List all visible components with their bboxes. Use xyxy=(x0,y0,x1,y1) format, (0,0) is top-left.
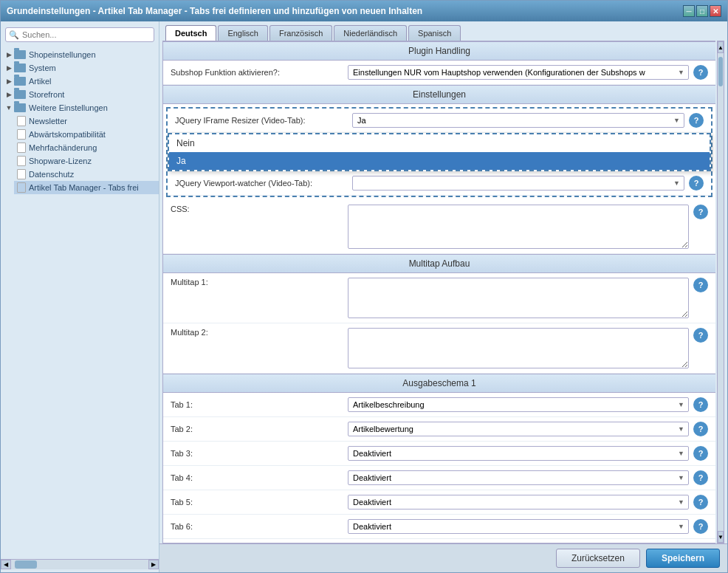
scroll-track xyxy=(11,560,148,569)
sidebar-item-lizenz[interactable]: Shopware-Lizenz xyxy=(14,154,159,168)
expand-icon: ▶ xyxy=(4,63,14,73)
multitap2-row: Multitap 2: ? xyxy=(163,323,715,374)
sidebar-item-storefront[interactable]: ▶ Storefront xyxy=(1,88,159,101)
search-input[interactable] xyxy=(5,27,154,42)
section-ausgabeschema-label: Ausgabeschema 1 xyxy=(402,378,475,388)
viewport-help-button[interactable]: ? xyxy=(689,176,704,191)
tab2-label: Tab 2: xyxy=(171,425,348,433)
title-bar: Grundeinstellungen - Artikel Tab Manager… xyxy=(1,1,727,21)
right-panel: Deutsch Englisch Französisch Niederländi… xyxy=(159,21,727,572)
sidebar-item-shopeinstellungen[interactable]: ▶ Shopeinstellungen xyxy=(1,48,159,61)
iframe-section: JQuery IFrame Resizer (Video-Tab): Ja ? … xyxy=(166,107,712,197)
tab-franzoesisch[interactable]: Französisch xyxy=(269,25,332,41)
multitap1-label: Multitap 1: xyxy=(171,278,348,286)
window-controls: ─ □ ✕ xyxy=(683,5,721,17)
sidebar-item-weitere[interactable]: ▼ Weitere Einstellungen xyxy=(1,101,159,114)
multitap2-help-button[interactable]: ? xyxy=(693,328,708,343)
tab4-select[interactable]: Deaktiviert xyxy=(348,470,689,485)
tab3-label: Tab 3: xyxy=(171,449,348,458)
dropdown-item-nein[interactable]: Nein xyxy=(169,134,710,152)
expand-icon: ▼ xyxy=(4,103,14,113)
search-box: 🔍 xyxy=(5,27,154,42)
section-einstellungen-label: Einstellungen xyxy=(413,89,466,100)
subshop-select[interactable]: Einstellungen NUR vom Hauptshop verwende… xyxy=(348,65,689,80)
sidebar-item-datenschutz[interactable]: Datenschutz xyxy=(14,168,159,181)
scroll-left-arrow[interactable]: ◀ xyxy=(1,560,11,569)
viewport-select[interactable] xyxy=(352,176,684,191)
section-plugin-handling-label: Plugin Handling xyxy=(408,46,470,56)
tab6-help-button[interactable]: ? xyxy=(693,519,708,534)
sidebar-item-abwaerts[interactable]: Abwärtskompatibilität xyxy=(14,128,159,141)
tab-spanisch[interactable]: Spanisch xyxy=(408,25,461,41)
multitap1-textarea[interactable] xyxy=(348,278,689,318)
tab5-row: Tab 5: Deaktiviert ? xyxy=(163,490,715,515)
tab-englisch[interactable]: Englisch xyxy=(218,25,268,41)
subshop-row: Subshop Funktion aktivieren?: Einstellun… xyxy=(163,61,715,85)
vertical-scrollbar: ▲ ▼ xyxy=(717,41,724,543)
tab2-select-wrapper: Artikelbewertung xyxy=(348,422,689,436)
tab4-help-button[interactable]: ? xyxy=(693,470,708,485)
subshop-label: Subshop Funktion aktivieren?: xyxy=(171,68,348,77)
tab6-label: Tab 6: xyxy=(171,522,348,531)
minimize-button[interactable]: ─ xyxy=(683,5,695,17)
tab4-label: Tab 4: xyxy=(171,473,348,482)
sidebar-children: Newsletter Abwärtskompatibilität Mehrfac… xyxy=(1,114,159,194)
tab3-row: Tab 3: Deaktiviert ? xyxy=(163,442,715,466)
maximize-button[interactable]: □ xyxy=(696,5,708,17)
subshop-help-button[interactable]: ? xyxy=(693,65,708,80)
tab3-help-button[interactable]: ? xyxy=(693,446,708,461)
scroll-thumb xyxy=(15,560,37,569)
expand-icon: ▶ xyxy=(4,49,14,60)
main-layout: 🔍 ▶ Shopeinstellungen ▶ System ▶ Artikel xyxy=(1,21,727,572)
section-multitap: Multitap Aufbau xyxy=(163,254,715,273)
tab2-select[interactable]: Artikelbewertung xyxy=(348,422,689,436)
sidebar-item-mehrfach[interactable]: Mehrfachänderung xyxy=(14,141,159,154)
section-plugin-handling: Plugin Handling xyxy=(163,41,715,61)
iframe-label: JQuery IFrame Resizer (Video-Tab): xyxy=(175,116,352,125)
tab4-select-wrapper: Deaktiviert xyxy=(348,470,689,485)
expand-icon: ▶ xyxy=(4,89,14,100)
multitap2-textarea[interactable] xyxy=(348,328,689,368)
sidebar-label-datenschutz: Datenschutz xyxy=(29,170,74,179)
multitap1-help-button[interactable]: ? xyxy=(693,278,708,292)
css-help-button[interactable]: ? xyxy=(693,205,708,219)
sidebar-label-artikel: Artikel xyxy=(29,77,52,86)
tab5-select[interactable]: Deaktiviert xyxy=(348,495,689,509)
scroll-right-arrow[interactable]: ▶ xyxy=(148,560,159,569)
sidebar-item-tab-manager[interactable]: Artikel Tab Manager - Tabs frei xyxy=(14,181,159,194)
tab3-select[interactable]: Deaktiviert xyxy=(348,446,689,461)
sidebar-label-abwaerts: Abwärtskompatibilität xyxy=(29,130,106,139)
close-button[interactable]: ✕ xyxy=(710,5,721,17)
tab1-help-button[interactable]: ? xyxy=(693,397,708,412)
tab4-row: Tab 4: Deaktiviert ? xyxy=(163,466,715,490)
sidebar-item-newsletter[interactable]: Newsletter xyxy=(14,114,159,128)
expand-icon: ▶ xyxy=(4,76,14,86)
dropdown-item-ja[interactable]: Ja xyxy=(169,152,710,170)
doc-icon xyxy=(17,129,26,140)
iframe-help-button[interactable]: ? xyxy=(689,113,704,128)
iframe-select-wrapper: Ja xyxy=(352,113,684,128)
sidebar-item-system[interactable]: ▶ System xyxy=(1,61,159,75)
sidebar-label-shopeinstellungen: Shopeinstellungen xyxy=(29,50,96,59)
save-button[interactable]: Speichern xyxy=(646,549,720,568)
reset-button[interactable]: Zurücksetzen xyxy=(556,549,640,568)
tab5-select-wrapper: Deaktiviert xyxy=(348,495,689,509)
scroll-up-arrow[interactable]: ▲ xyxy=(718,41,724,53)
sidebar-item-artikel[interactable]: ▶ Artikel xyxy=(1,75,159,88)
sidebar-h-scrollbar: ◀ ▶ xyxy=(1,559,159,569)
tab1-select-wrapper: Artikelbeschreibung xyxy=(348,397,689,412)
iframe-select[interactable]: Ja xyxy=(352,113,684,128)
tab2-help-button[interactable]: ? xyxy=(693,422,708,436)
tab5-help-button[interactable]: ? xyxy=(693,495,708,509)
tab5-label: Tab 5: xyxy=(171,498,348,507)
tab2-row: Tab 2: Artikelbewertung ? xyxy=(163,417,715,442)
tab-deutsch[interactable]: Deutsch xyxy=(165,25,216,41)
tab6-select[interactable]: Deaktiviert xyxy=(348,519,689,534)
tab6-select-wrapper: Deaktiviert xyxy=(348,519,689,534)
scroll-down-arrow[interactable]: ▼ xyxy=(718,531,724,543)
css-textarea[interactable] xyxy=(348,205,689,249)
tab-niederlaendisch[interactable]: Niederländisch xyxy=(334,25,407,41)
tab1-select[interactable]: Artikelbeschreibung xyxy=(348,397,689,412)
folder-icon xyxy=(14,64,26,72)
scroll-track[interactable] xyxy=(718,53,724,531)
